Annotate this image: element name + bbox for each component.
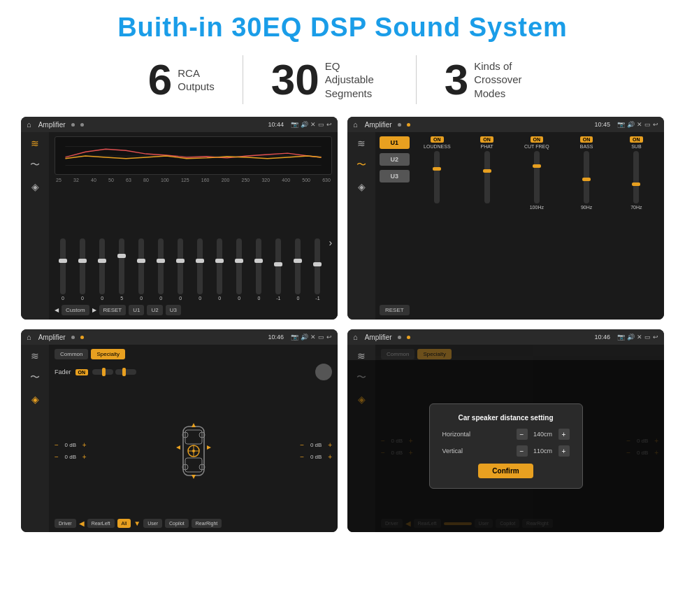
speaker-icon[interactable]: ◈ (31, 181, 39, 192)
sub-label: SUB (631, 144, 641, 149)
home-icon-2: ⌂ (353, 120, 358, 129)
rearleft-btn[interactable]: RearLeft (87, 519, 115, 528)
eq-icon-2[interactable]: ≋ (357, 138, 366, 149)
eq-icon-3[interactable]: ≋ (31, 350, 39, 361)
eq-slider-4: 5 (113, 238, 130, 301)
eq-status-bar: ⌂ Amplifier 10:44 📷 🔊 ✕ ▭ ↩ (21, 117, 338, 132)
wave-icon[interactable]: 〜 (30, 159, 40, 171)
svg-rect-4 (185, 430, 202, 444)
sub-slider[interactable] (633, 151, 639, 203)
eq-icon[interactable]: ≋ (31, 138, 39, 149)
specialty-tab-2: Specialty (417, 349, 451, 359)
fader-down-arrow[interactable]: ▼ (134, 520, 140, 527)
eq-screen-title: Amplifier (38, 121, 66, 129)
fader-on-badge: ON (75, 369, 89, 375)
phat-channel: ON PHAT (463, 136, 510, 315)
stat-crossover: 3 Kinds of Crossover Modes (417, 58, 565, 101)
wave-icon-3[interactable]: 〜 (30, 371, 40, 384)
fader-minus-4[interactable]: − (300, 453, 304, 461)
fader-plus-3[interactable]: + (328, 441, 332, 449)
rect-icon-2: ▭ (644, 121, 651, 128)
fader-minus-3[interactable]: − (300, 441, 304, 449)
rect-icon: ▭ (318, 121, 324, 128)
cutfreq-label: CUT FREQ (524, 144, 549, 149)
u2-btn[interactable]: U2 (147, 305, 162, 315)
driver-btn[interactable]: Driver (55, 519, 76, 528)
next-btn[interactable]: ▶ (92, 307, 96, 313)
fader-screen-content: ≋ 〜 ◈ Common Specialty Fader ON (21, 345, 338, 532)
fader-left-arrow[interactable]: ◀ (79, 520, 85, 527)
confirm-button[interactable]: Confirm (478, 464, 533, 478)
prev-btn[interactable]: ◀ (55, 307, 59, 313)
cutfreq-slider[interactable] (534, 151, 540, 203)
bass-slider[interactable] (584, 151, 589, 203)
fader-bottom: Driver ◀ RearLeft All ▼ User Copilot Rea… (55, 519, 332, 528)
user-btn[interactable]: User (143, 519, 162, 528)
u3-cross-btn[interactable]: U3 (380, 170, 410, 182)
status-dot-1 (71, 123, 75, 127)
fader-db-row-3: − 0 dB + (300, 441, 332, 449)
fader-plus-1[interactable]: + (82, 441, 87, 449)
bass-on: ON (580, 136, 593, 143)
u2-cross-btn[interactable]: U2 (380, 153, 410, 166)
eq-slider-10: 0 (231, 238, 247, 301)
fader-db-row-1: − 0 dB + (55, 441, 87, 449)
horizontal-minus-btn[interactable]: − (517, 429, 528, 440)
status-dot-7 (398, 336, 401, 339)
svg-rect-5 (185, 458, 202, 472)
eq-freq-labels: 25 32 40 50 63 80 100 125 160 200 250 32… (55, 178, 332, 182)
eq-slider-13: 0 (289, 238, 306, 301)
crossover-area: U1 U2 U3 RESET ON LOUDNESS ON PH (375, 132, 664, 320)
speaker-icon-2[interactable]: ◈ (358, 181, 366, 192)
vertical-plus-btn[interactable]: + (558, 445, 570, 457)
fader-minus-1[interactable]: − (55, 441, 59, 449)
reset-btn-eq[interactable]: RESET (99, 305, 127, 315)
speaker-icon-3[interactable]: ◈ (31, 394, 39, 405)
x-icon: ✕ (310, 121, 316, 128)
reset-cross-btn[interactable]: RESET (380, 305, 410, 315)
wave-icon-2[interactable]: 〜 (356, 159, 366, 171)
all-btn[interactable]: All (117, 519, 131, 528)
loudness-slider[interactable] (434, 151, 440, 203)
back-icon-4: ↩ (653, 334, 658, 341)
custom-btn[interactable]: Custom (62, 305, 89, 315)
fader-screen-card: ⌂ Amplifier 10:46 📷 🔊 ✕ ▭ ↩ ≋ 〜 ◈ (21, 329, 338, 532)
x-icon-4: ✕ (637, 334, 642, 341)
u1-cross-btn[interactable]: U1 (380, 136, 410, 149)
svg-marker-16 (192, 423, 196, 427)
horizontal-plus-btn[interactable]: + (558, 429, 570, 440)
status-dot-6 (80, 336, 84, 339)
fader-db-val-1: 0 dB (62, 442, 80, 448)
dialog-screen-title: Amplifier (365, 334, 392, 341)
fader-minus-2[interactable]: − (55, 453, 59, 461)
eq-screen-card: ⌂ Amplifier 10:44 📷 🔊 ✕ ▭ ↩ ≋ 〜 ◈ (21, 117, 338, 320)
phat-slider[interactable] (484, 151, 490, 203)
eq-bottom-bar: ◀ Custom ▶ RESET U1 U2 U3 (55, 302, 332, 315)
fader-plus-2[interactable]: + (82, 453, 87, 461)
eq-slider-12: -1 (270, 238, 287, 301)
volume-icon-3: 🔊 (301, 334, 308, 341)
horizontal-val: 140cm (531, 431, 556, 438)
u1-btn[interactable]: U1 (129, 305, 144, 315)
common-tab[interactable]: Common (55, 349, 88, 359)
eq-status-time: 10:44 (268, 121, 284, 128)
fader-avatar (315, 364, 332, 380)
fader-plus-4[interactable]: + (328, 453, 332, 461)
eq-slider-7: 0 (172, 238, 189, 301)
specialty-tab[interactable]: Specialty (91, 349, 124, 359)
svg-marker-15 (207, 445, 211, 450)
fader-side-icons: ≋ 〜 ◈ (21, 345, 49, 532)
eq-arrow-right[interactable]: › (329, 237, 332, 248)
vertical-minus-btn[interactable]: − (517, 445, 528, 457)
eq-status-icons: 📷 🔊 ✕ ▭ ↩ (291, 121, 332, 128)
u3-btn[interactable]: U3 (166, 305, 181, 315)
sub-on: ON (630, 136, 643, 143)
stat-number-rca: 6 (148, 58, 172, 101)
horizontal-label: Horizontal (442, 431, 471, 438)
x-icon-3: ✕ (310, 334, 316, 341)
eq-slider-8: 0 (192, 238, 208, 301)
loudness-channel: ON LOUDNESS (414, 136, 461, 315)
rearright-btn[interactable]: RearRight (192, 519, 222, 528)
copilot-btn[interactable]: Copilot (165, 519, 189, 528)
crossover-side-icons: ≋ 〜 ◈ (347, 132, 375, 320)
